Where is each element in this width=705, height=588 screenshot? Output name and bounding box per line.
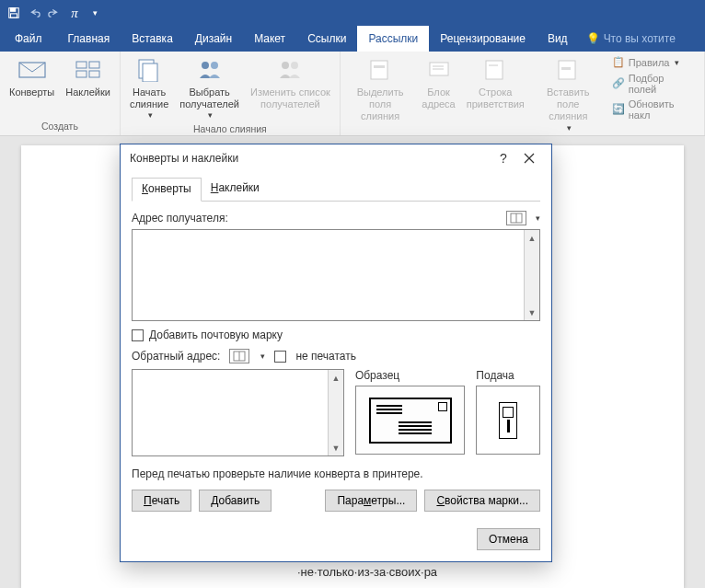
scroll-down-icon[interactable]: ▼ [525, 305, 539, 320]
tab-file[interactable]: Файл [0, 26, 57, 52]
address-block-button: Блок адреса [416, 53, 460, 134]
rules-icon: 📋 [612, 56, 625, 69]
doc-text: тральной·части·корпуса·—·порядк [104, 584, 647, 588]
cancel-button[interactable]: Отмена [477, 528, 540, 550]
address-book-icon [233, 351, 246, 362]
return-address-label: Обратный адрес: [132, 350, 220, 363]
start-merge-icon [134, 55, 164, 85]
close-button[interactable] [516, 145, 542, 171]
help-button[interactable]: ? [491, 145, 516, 171]
update-labels-button: 🔄Обновить накл [610, 98, 697, 121]
return-address-book-button[interactable] [229, 349, 249, 363]
svg-point-12 [282, 62, 289, 69]
sample-label: Образец [355, 369, 465, 382]
chevron-down-icon: ▾ [567, 123, 572, 133]
svg-rect-9 [143, 63, 157, 82]
update-icon: 🔄 [612, 103, 625, 116]
scroll-down-icon[interactable]: ▼ [329, 440, 343, 455]
labels-button[interactable]: Наклейки [60, 53, 116, 119]
scrollbar[interactable]: ▲ ▼ [524, 230, 539, 320]
svg-point-13 [291, 62, 298, 69]
feed-icon [499, 402, 517, 439]
recipient-address-input[interactable] [133, 230, 524, 320]
highlight-fields-button: Выделить поля слияния [344, 53, 417, 134]
svg-rect-5 [89, 62, 99, 68]
match-icon: 🔗 [612, 77, 625, 90]
edit-list-icon [275, 55, 305, 85]
svg-rect-15 [374, 65, 385, 68]
redo-icon[interactable] [44, 3, 64, 23]
print-button[interactable]: Печать [132, 490, 191, 512]
close-icon [524, 153, 535, 164]
select-recipients-button[interactable]: Выбрать получателей ▾ [174, 53, 245, 121]
tab-home[interactable]: Главная [57, 26, 121, 52]
customize-qat-icon[interactable]: ▾ [85, 3, 105, 23]
printer-note: Перед печатью проверьте наличие конверта… [132, 467, 540, 480]
svg-rect-7 [89, 71, 99, 77]
greeting-line-button: Строка приветствия [461, 53, 530, 134]
envelopes-button[interactable]: Конверты [4, 53, 60, 119]
envelopes-labels-dialog: Конверты и наклейки ? Конверты Наклейки … [120, 144, 552, 562]
add-postage-checkbox[interactable] [132, 329, 144, 341]
svg-rect-2 [11, 14, 17, 17]
start-merge-button[interactable]: Начать слияние ▾ [124, 53, 174, 121]
dialog-title: Конверты и наклейки [130, 152, 238, 165]
scrollbar[interactable]: ▲ ▼ [328, 370, 343, 455]
svg-rect-1 [11, 8, 16, 12]
svg-rect-19 [486, 61, 503, 79]
tab-view[interactable]: Вид [537, 26, 579, 52]
omit-return-checkbox[interactable] [274, 351, 286, 363]
svg-rect-22 [561, 67, 571, 70]
quick-access-toolbar: π ▾ [0, 0, 705, 26]
highlight-icon [365, 55, 395, 85]
stamp-properties-button[interactable]: Свойства марки... [424, 490, 540, 512]
insert-field-button: Вставить поле слияния ▾ [530, 53, 607, 134]
address-book-button[interactable] [506, 211, 526, 225]
undo-icon[interactable] [24, 3, 44, 23]
svg-rect-14 [371, 61, 387, 79]
address-block-icon [424, 55, 454, 85]
address-book-icon [510, 213, 523, 224]
feed-preview-button[interactable] [476, 386, 540, 455]
tell-me-search[interactable]: 💡 Что вы хотите [579, 26, 683, 52]
add-button[interactable]: Добавить [199, 490, 272, 512]
envelope-preview-icon [369, 398, 452, 444]
recipient-address-label: Адрес получателя: [132, 212, 499, 225]
chevron-down-icon: ▾ [148, 110, 153, 120]
chevron-down-icon: ▾ [208, 110, 213, 120]
save-icon[interactable] [4, 3, 24, 23]
scroll-up-icon[interactable]: ▲ [525, 230, 539, 246]
match-fields-button: 🔗Подбор полей [610, 72, 697, 96]
svg-point-10 [202, 62, 209, 69]
tab-labels-dialog[interactable]: Наклейки [202, 178, 269, 201]
recipients-icon [195, 55, 225, 85]
scroll-up-icon[interactable]: ▲ [329, 370, 343, 386]
edit-recipients-button: Изменить список получателей [245, 53, 336, 121]
tab-references[interactable]: Ссылки [296, 26, 357, 52]
lightbulb-icon: 💡 [586, 32, 600, 45]
envelope-preview-button[interactable] [355, 386, 465, 455]
feed-label: Подача [476, 369, 540, 382]
tab-envelopes-dialog[interactable]: Конверты [132, 178, 202, 202]
greeting-icon [480, 55, 510, 85]
labels-icon [74, 55, 103, 85]
return-address-input[interactable] [133, 370, 328, 455]
svg-rect-4 [76, 62, 87, 68]
chevron-down-icon[interactable]: ▾ [536, 213, 540, 223]
options-button[interactable]: Параметры... [325, 490, 417, 512]
rules-button: 📋Правила ▾ [610, 55, 697, 70]
tab-review[interactable]: Рецензирование [429, 26, 537, 52]
tab-mailings[interactable]: Рассылки [357, 26, 429, 52]
equation-icon[interactable]: π [64, 3, 85, 23]
ribbon: Конверты Наклейки Создать Начать слияние… [0, 52, 705, 136]
recipient-address-box: ▲ ▼ [132, 229, 540, 321]
envelope-icon [17, 55, 47, 85]
doc-text: ·не·только·из-за·своих·ра [297, 561, 647, 584]
chevron-down-icon[interactable]: ▾ [260, 352, 265, 361]
svg-point-11 [211, 62, 218, 69]
tab-insert[interactable]: Вставка [121, 26, 184, 52]
tab-design[interactable]: Дизайн [184, 26, 243, 52]
tab-layout[interactable]: Макет [243, 26, 296, 52]
group-label-create: Создать [4, 119, 116, 135]
insert-field-icon [553, 55, 583, 85]
